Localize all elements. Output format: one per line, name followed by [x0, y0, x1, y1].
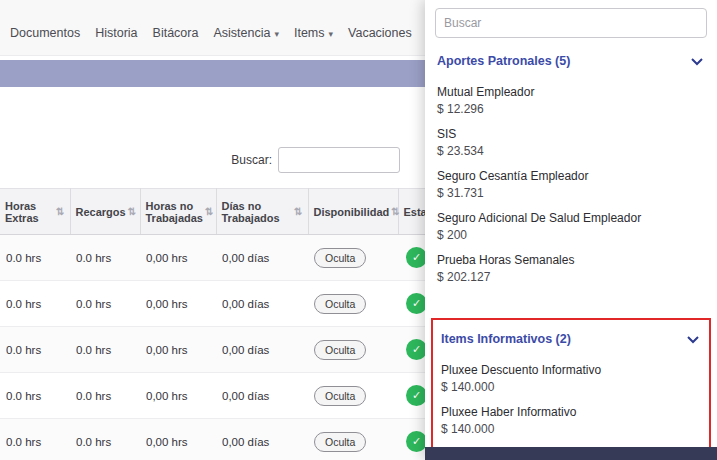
item-value: $ 23.534 — [437, 144, 705, 158]
table-cell-recargos: 0.0 hrs — [70, 373, 140, 419]
nav-tab-vacaciones[interactable]: Vacaciones — [348, 26, 412, 40]
success-check-icon: ✓ — [406, 339, 427, 360]
table-cell-horas-extras: 0.0 hrs — [0, 235, 70, 281]
table-search-input[interactable] — [278, 147, 400, 173]
employee-detail-screen: DocumentosHistoriaBitácoraAsistencia▾Ite… — [0, 0, 717, 460]
table-cell-disponibilidad: Oculta — [308, 327, 398, 373]
table-cell-di-as-no-trabajados: 0,00 días — [216, 235, 308, 281]
column-label: Disponibilidad — [314, 206, 390, 218]
list-item[interactable]: Seguro Adicional De Salud Empleador$ 200 — [435, 206, 707, 248]
visibility-badge: Oculta — [314, 432, 366, 452]
chevron-down-icon[interactable] — [691, 52, 703, 70]
table-cell-recargos: 0.0 hrs — [70, 235, 140, 281]
table-cell-di-as-no-trabajados: 0,00 días — [216, 373, 308, 419]
item-value: $ 200 — [437, 228, 705, 242]
items-side-panel: Aportes Patronales (5)Mutual Empleador$ … — [425, 0, 717, 460]
search-label: Buscar: — [231, 153, 272, 167]
table-cell-horas-extras: 0.0 hrs — [0, 281, 70, 327]
column-label: Horas Extras — [5, 200, 54, 224]
list-item[interactable]: Pluxee Descuento Informativo$ 140.000 — [439, 358, 703, 400]
item-name: Prueba Horas Semanales — [437, 253, 705, 267]
highlight-annotation: Items Informativos (2)Pluxee Descuento I… — [431, 318, 711, 452]
item-name: SIS — [437, 127, 705, 141]
success-check-icon: ✓ — [406, 385, 427, 406]
sort-icon[interactable]: ⇅ — [294, 206, 302, 217]
visibility-badge: Oculta — [314, 248, 366, 268]
nav-tab-documentos[interactable]: Documentos — [10, 26, 80, 40]
visibility-badge: Oculta — [314, 340, 366, 360]
column-header-horas-extras[interactable]: Horas Extras⇅ — [0, 189, 70, 235]
table-cell-horas-extras: 0.0 hrs — [0, 419, 70, 460]
column-label: Recargos — [76, 206, 126, 218]
caret-down-icon: ▾ — [274, 29, 279, 39]
item-value: $ 31.731 — [437, 186, 705, 200]
item-name: Pluxee Haber Informativo — [441, 405, 701, 419]
section-header-items-informativos-2[interactable]: Items Informativos (2) — [439, 320, 703, 358]
table-cell-recargos: 0.0 hrs — [70, 281, 140, 327]
table-cell-recargos: 0.0 hrs — [70, 327, 140, 373]
column-header-disponibilidad[interactable]: Disponibilidad⇅ — [308, 189, 398, 235]
column-label: Días no Trabajados — [222, 200, 293, 224]
success-check-icon: ✓ — [406, 431, 427, 452]
section-title: Items Informativos (2) — [441, 332, 571, 346]
sort-icon[interactable]: ⇅ — [391, 206, 399, 217]
table-cell-horas-extras: 0.0 hrs — [0, 327, 70, 373]
visibility-badge: Oculta — [314, 386, 366, 406]
table-cell-horas-no-trabajadas: 0,00 hrs — [140, 281, 216, 327]
table-cell-horas-no-trabajadas: 0,00 hrs — [140, 419, 216, 460]
table-cell-disponibilidad: Oculta — [308, 235, 398, 281]
success-check-icon: ✓ — [406, 247, 427, 268]
success-check-icon: ✓ — [406, 293, 427, 314]
table-cell-di-as-no-trabajados: 0,00 días — [216, 281, 308, 327]
item-value: $ 12.296 — [437, 102, 705, 116]
item-value: $ 202.127 — [437, 270, 705, 284]
panel-footer-bar — [425, 447, 717, 460]
chevron-down-icon[interactable] — [687, 330, 699, 348]
table-cell-horas-no-trabajadas: 0,00 hrs — [140, 373, 216, 419]
table-cell-disponibilidad: Oculta — [308, 419, 398, 460]
table-cell-disponibilidad: Oculta — [308, 281, 398, 327]
column-header-di-as-no-trabajados[interactable]: Días no Trabajados⇅ — [216, 189, 308, 235]
panel-search-input[interactable] — [435, 8, 707, 38]
item-value: $ 140.000 — [441, 380, 701, 394]
table-cell-horas-extras: 0.0 hrs — [0, 373, 70, 419]
list-item[interactable]: Pluxee Haber Informativo$ 140.000 — [439, 400, 703, 442]
panel-section: Aportes Patronales (5)Mutual Empleador$ … — [435, 38, 707, 290]
table-cell-recargos: 0.0 hrs — [70, 419, 140, 460]
item-name: Seguro Cesantía Empleador — [437, 169, 705, 183]
section-title: Aportes Patronales (5) — [437, 54, 570, 68]
column-label: Horas no Trabajadas — [146, 200, 203, 224]
sort-icon[interactable]: ⇅ — [128, 206, 136, 217]
item-name: Pluxee Descuento Informativo — [441, 363, 701, 377]
list-item[interactable]: Seguro Cesantía Empleador$ 31.731 — [435, 164, 707, 206]
list-item[interactable]: SIS$ 23.534 — [435, 122, 707, 164]
table-cell-horas-no-trabajadas: 0,00 hrs — [140, 327, 216, 373]
nav-tab-asistencia[interactable]: Asistencia▾ — [213, 26, 279, 40]
nav-tab-items[interactable]: Items▾ — [294, 26, 333, 40]
sort-icon[interactable]: ⇅ — [205, 206, 213, 217]
panel-sections: Aportes Patronales (5)Mutual Empleador$ … — [435, 38, 707, 452]
list-item[interactable]: Prueba Horas Semanales$ 202.127 — [435, 248, 707, 290]
nav-tab-historia[interactable]: Historia — [95, 26, 137, 40]
sort-icon[interactable]: ⇅ — [56, 206, 64, 217]
list-item[interactable]: Mutual Empleador$ 12.296 — [435, 80, 707, 122]
item-value: $ 140.000 — [441, 422, 701, 436]
table-cell-di-as-no-trabajados: 0,00 días — [216, 419, 308, 460]
item-name: Mutual Empleador — [437, 85, 705, 99]
item-name: Seguro Adicional De Salud Empleador — [437, 211, 705, 225]
nav-tab-bita-cora[interactable]: Bitácora — [153, 26, 199, 40]
section-header-aportes-patronales-5[interactable]: Aportes Patronales (5) — [435, 38, 707, 80]
table-cell-disponibilidad: Oculta — [308, 373, 398, 419]
table-cell-horas-no-trabajadas: 0,00 hrs — [140, 235, 216, 281]
column-header-horas-no-trabajadas[interactable]: Horas no Trabajadas⇅ — [140, 189, 216, 235]
table-cell-di-as-no-trabajados: 0,00 días — [216, 327, 308, 373]
visibility-badge: Oculta — [314, 294, 366, 314]
column-header-recargos[interactable]: Recargos⇅ — [70, 189, 140, 235]
caret-down-icon: ▾ — [329, 29, 334, 39]
